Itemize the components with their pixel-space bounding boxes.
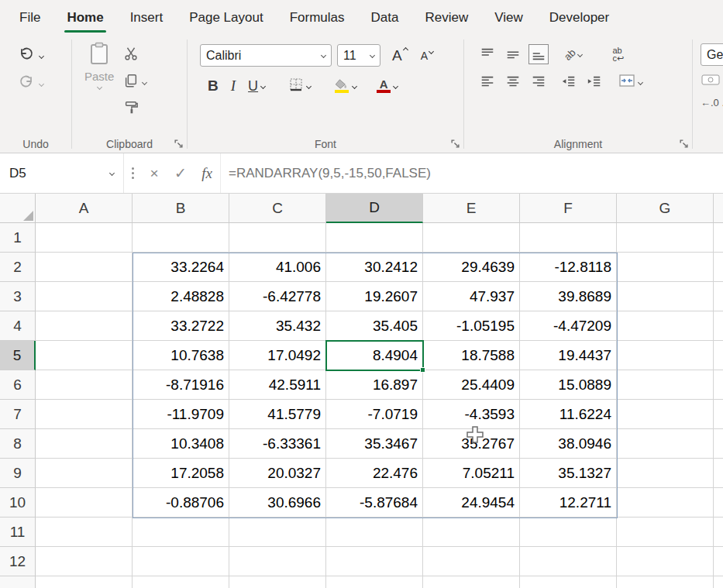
cell-B3[interactable]: 2.48828: [133, 282, 229, 311]
insert-function-button[interactable]: fx: [194, 153, 220, 193]
cell-E6[interactable]: 25.4409: [423, 370, 520, 400]
cell-C7[interactable]: 41.5779: [229, 400, 326, 429]
top-align-button[interactable]: [480, 46, 495, 62]
orientation-dropdown-icon[interactable]: [577, 51, 583, 57]
underline-dropdown-icon[interactable]: [260, 83, 266, 88]
cell-F7[interactable]: 11.6224: [520, 400, 617, 429]
cell-partial[interactable]: [714, 253, 723, 282]
cell-A8[interactable]: [36, 429, 133, 459]
number-format-combobox[interactable]: Gen: [701, 43, 723, 66]
formula-bar-resize-handle[interactable]: [124, 153, 141, 193]
middle-align-button[interactable]: [505, 46, 521, 62]
formula-input[interactable]: =RANDARRAY(9,5,-15,50,FALSE): [220, 153, 723, 193]
cell-B1[interactable]: [133, 223, 229, 253]
cell-G4[interactable]: [617, 311, 714, 341]
tab-file[interactable]: File: [6, 0, 53, 36]
cell-B10[interactable]: -0.88706: [133, 488, 229, 518]
cell-F6[interactable]: 15.0889: [520, 370, 617, 400]
column-header-E[interactable]: E: [423, 194, 520, 223]
cell-E5[interactable]: 18.7588: [423, 341, 520, 370]
cell-G2[interactable]: [617, 253, 714, 282]
clipboard-dialog-launcher-icon[interactable]: [174, 138, 184, 148]
wrap-text-button[interactable]: abc↩: [612, 46, 624, 62]
cell-F1[interactable]: [520, 223, 617, 253]
decimal-buttons[interactable]: ←.0 .00: [701, 97, 723, 108]
cell-partial[interactable]: [714, 488, 723, 518]
shrink-font-button[interactable]: A: [421, 50, 433, 62]
font-color-button[interactable]: A: [377, 79, 398, 93]
cell-C3[interactable]: -6.42778: [229, 282, 326, 311]
column-header-F[interactable]: F: [520, 194, 617, 223]
tab-page-layout[interactable]: Page Layout: [176, 0, 276, 36]
cell-D9[interactable]: 22.476: [326, 459, 423, 488]
orientation-button[interactable]: ab: [564, 49, 582, 60]
cancel-button[interactable]: ×: [141, 153, 167, 193]
cell-partial[interactable]: [423, 576, 520, 588]
cell-partial[interactable]: [520, 576, 617, 588]
cell-B5[interactable]: 10.7638: [133, 341, 229, 370]
cell-B6[interactable]: -8.71916: [133, 370, 229, 400]
fill-color-button[interactable]: [334, 79, 356, 93]
cell-D2[interactable]: 30.2412: [326, 253, 423, 282]
borders-dropdown-icon[interactable]: [306, 83, 312, 88]
cell-B4[interactable]: 33.2722: [133, 311, 229, 341]
tab-formulas[interactable]: Formulas: [277, 0, 358, 36]
copy-button[interactable]: [123, 73, 146, 91]
grow-font-button[interactable]: A: [392, 48, 408, 63]
cell-F10[interactable]: 12.2711: [520, 488, 617, 518]
cell-D7[interactable]: -7.0719: [326, 400, 423, 429]
copy-dropdown-icon[interactable]: [142, 79, 147, 84]
cell-partial[interactable]: [714, 282, 723, 311]
cell-D5[interactable]: 8.4904: [326, 341, 423, 370]
decrease-indent-button[interactable]: [561, 74, 577, 90]
cell-D1[interactable]: [326, 223, 423, 253]
cell-D10[interactable]: -5.87684: [326, 488, 423, 518]
cell-F11[interactable]: [520, 518, 617, 547]
chevron-down-icon[interactable]: [370, 53, 375, 58]
cell-E2[interactable]: 29.4639: [423, 253, 520, 282]
cell-B8[interactable]: 10.3408: [133, 429, 229, 459]
cell-B12[interactable]: [133, 547, 229, 576]
cell-B9[interactable]: 17.2058: [133, 459, 229, 488]
tab-review[interactable]: Review: [411, 0, 481, 36]
cell-D3[interactable]: 19.2607: [326, 282, 423, 311]
cell-F2[interactable]: -12.8118: [520, 253, 617, 282]
undo-dropdown-icon[interactable]: [39, 53, 44, 58]
undo-button[interactable]: [19, 46, 71, 65]
cell-G5[interactable]: [617, 341, 714, 370]
cell-C10[interactable]: 30.6966: [229, 488, 326, 518]
cell-partial[interactable]: [714, 518, 723, 547]
cell-E3[interactable]: 47.937: [423, 282, 520, 311]
paste-dropdown-icon[interactable]: [97, 84, 102, 90]
cell-F9[interactable]: 35.1327: [520, 459, 617, 488]
cell-A6[interactable]: [36, 370, 133, 400]
align-left-button[interactable]: [480, 74, 495, 90]
cell-G10[interactable]: [617, 488, 714, 518]
cell-partial[interactable]: [714, 547, 723, 576]
name-box[interactable]: D5: [0, 153, 124, 193]
cell-G12[interactable]: [617, 547, 714, 576]
cell-F8[interactable]: 38.0946: [520, 429, 617, 459]
font-color-dropdown-icon[interactable]: [393, 83, 398, 88]
tab-view[interactable]: View: [481, 0, 536, 36]
cell-A9[interactable]: [36, 459, 133, 488]
column-header-A[interactable]: A: [36, 194, 133, 223]
row-header-10[interactable]: 10: [0, 488, 36, 518]
cell-C6[interactable]: 42.5911: [229, 370, 326, 400]
cell-partial[interactable]: [714, 400, 723, 429]
cell-G11[interactable]: [617, 518, 714, 547]
cell-B2[interactable]: 33.2264: [133, 253, 229, 282]
align-center-button[interactable]: [505, 74, 521, 90]
row-header-1[interactable]: 1: [0, 223, 36, 253]
row-header-11[interactable]: 11: [0, 518, 36, 547]
cell-G7[interactable]: [617, 400, 714, 429]
column-header-C[interactable]: C: [229, 194, 326, 223]
cell-A11[interactable]: [36, 518, 133, 547]
cell-C1[interactable]: [229, 223, 326, 253]
cell-A7[interactable]: [36, 400, 133, 429]
cell-A12[interactable]: [36, 547, 133, 576]
tab-data[interactable]: Data: [358, 0, 412, 36]
cell-D8[interactable]: 35.3467: [326, 429, 423, 459]
row-header-6[interactable]: 6: [0, 370, 36, 400]
cell-C4[interactable]: 35.432: [229, 311, 326, 341]
